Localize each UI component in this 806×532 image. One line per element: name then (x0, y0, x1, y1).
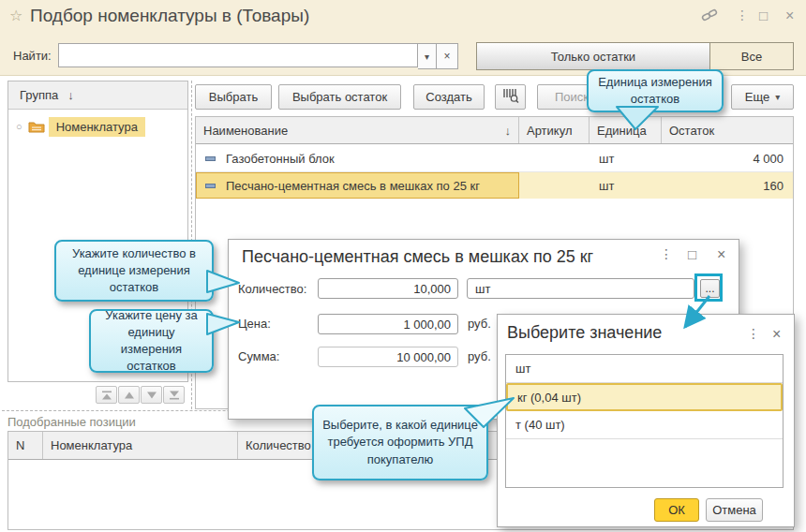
move-bottom-button (163, 386, 185, 404)
dialog-maximize-icon[interactable]: □ (688, 246, 696, 262)
ok-button[interactable]: ОК (654, 498, 699, 522)
filter-all-button[interactable]: Все (710, 43, 793, 69)
dialog-menu-icon[interactable]: ⋮ (660, 246, 673, 261)
move-top-button (96, 386, 117, 404)
folder-icon (28, 121, 45, 133)
filter-toggle: Только остатки Все (476, 42, 794, 70)
chevron-down-icon: ▾ (425, 52, 429, 62)
header-n-label: N (16, 438, 24, 452)
search-input[interactable] (58, 43, 418, 67)
callout-price-hint: Укажите цену за единицу измерения остатк… (89, 309, 214, 373)
header-unit-label: Единица (597, 124, 647, 138)
dialog-title: Выберите значение (507, 323, 662, 343)
search-dropdown-button[interactable]: ▾ (418, 43, 437, 69)
chevron-down-icon: ▾ (775, 92, 780, 102)
column-header-unit[interactable]: Единица (590, 117, 662, 143)
picked-header-n[interactable]: N (8, 432, 43, 459)
dialog-menu-icon[interactable]: ⋮ (747, 326, 760, 341)
list-item-t[interactable]: т (40 шт) (506, 411, 783, 439)
group-column-header[interactable]: Группа ↓ (8, 81, 187, 110)
quantity-input[interactable] (318, 278, 458, 299)
picked-header-name[interactable]: Номенклатура (43, 432, 238, 459)
price-input[interactable] (318, 314, 458, 334)
header-qty-label: Количество (246, 438, 311, 452)
list-item-kg-selected[interactable]: кг (0,04 шт) (506, 383, 783, 411)
list-item-sht[interactable]: шт (506, 355, 783, 383)
column-header-article[interactable]: Артикул (519, 117, 590, 143)
callout-quantity-hint: Укажите количество в единице измерения о… (54, 240, 214, 302)
sum-field: 10 000,00 (318, 347, 458, 367)
select-button[interactable]: Выбрать (195, 84, 272, 110)
filter-only-rest-button[interactable]: Только остатки (477, 43, 710, 69)
table-row-selected[interactable]: Песчано-цементная смесь в мешках по 25 к… (196, 172, 793, 199)
tree-item-label: Номенклатура (49, 117, 145, 137)
picked-positions-label: Подобранные позиции (7, 415, 136, 429)
cell-name: Газобетонный блок (226, 152, 335, 166)
table-row[interactable]: Газобетонный блок шт 4 000 (196, 145, 793, 172)
price-currency-label: руб. (468, 317, 491, 331)
column-header-rest[interactable]: Остаток (662, 117, 793, 143)
barcode-scan-button[interactable] (495, 84, 526, 110)
close-icon[interactable]: × (785, 7, 794, 24)
search-clear-button[interactable]: × (437, 43, 458, 69)
more-button[interactable]: Еще ▾ (731, 84, 794, 110)
item-icon (205, 156, 216, 161)
unit-field[interactable]: шт (467, 278, 694, 299)
cell-rest: 4 000 (662, 152, 793, 166)
create-button[interactable]: Создать (413, 84, 485, 110)
more-label: Еще (745, 90, 769, 104)
header-article-label: Артикул (527, 124, 572, 138)
callout-upd-hint: Выберите, в какой единице требуется офор… (312, 405, 488, 480)
move-down-button (141, 386, 162, 404)
select-rest-button[interactable]: Выбрать остаток (278, 84, 401, 110)
favorite-star-icon[interactable]: ☆ (9, 7, 22, 24)
page-title: Подбор номенклатуры в (Товары) (30, 6, 309, 26)
price-label: Цена: (238, 317, 271, 331)
search-label: Найти: (13, 49, 52, 63)
dialog-close-icon[interactable]: × (772, 326, 781, 343)
quantity-label: Количество: (238, 282, 306, 296)
callout-unit-of-measure: Единица измерения остатков (587, 69, 724, 112)
cell-unit: шт (590, 179, 662, 193)
header-name-label: Наименование (203, 124, 288, 138)
tree-expand-icon[interactable]: ○ (16, 121, 22, 132)
window-menu-icon[interactable]: ⋮ (736, 7, 749, 22)
move-up-button (118, 386, 140, 404)
cell-name: Песчано-цементная смесь в мешках по 25 к… (226, 179, 480, 193)
cancel-button[interactable]: Отмена (706, 498, 763, 522)
dialog-title: Песчано-цементная смесь в мешках по 25 к… (242, 247, 593, 267)
sum-currency-label: руб. (468, 349, 491, 363)
app-window: ☆ Подбор номенклатуры в (Товары) ⋮ □ × Н… (0, 0, 806, 532)
sort-down-icon: ↓ (505, 124, 512, 138)
unit-options-list: шт кг (0,04 шт) т (40 шт) (505, 354, 784, 488)
link-icon[interactable] (701, 7, 718, 25)
column-header-name[interactable]: Наименование ↓ (196, 117, 519, 143)
reorder-buttons (96, 386, 185, 404)
value-select-dialog: Выберите значение ⋮ × шт кг (0,04 шт) т … (497, 314, 795, 527)
barcode-icon (502, 88, 519, 106)
item-icon (205, 184, 216, 188)
annotation-highlight-frame (694, 273, 723, 302)
dialog-close-icon[interactable]: × (717, 246, 725, 263)
cell-rest: 160 (662, 179, 793, 193)
clear-icon: × (443, 50, 450, 63)
header-name-label: Номенклатура (51, 438, 132, 452)
maximize-icon[interactable]: □ (759, 7, 768, 23)
group-header-label: Группа (20, 88, 58, 102)
cell-unit: шт (590, 152, 662, 166)
sum-label: Сумма: (238, 349, 279, 363)
sort-down-icon: ↓ (67, 88, 74, 102)
tree-row-nomenklatura[interactable]: ○ Номенклатура (8, 115, 187, 138)
header-rest-label: Остаток (669, 124, 714, 138)
